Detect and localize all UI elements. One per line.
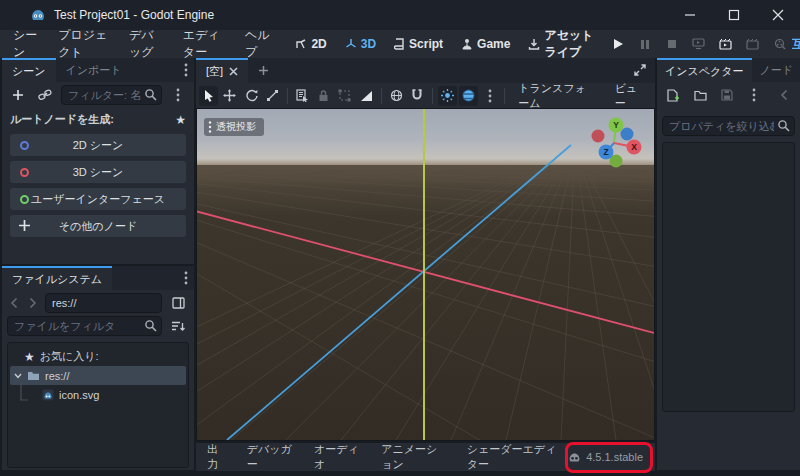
bottom-tab-shader-editor[interactable]: シェーダーエディター (456, 442, 568, 472)
gizmo-neg-z-ball (621, 128, 634, 141)
stop-button[interactable] (662, 34, 682, 54)
create-3d-scene-button[interactable]: 3D シーン (10, 161, 186, 183)
preview-sun-button[interactable] (438, 86, 457, 106)
load-resource-icon[interactable] (689, 85, 711, 105)
dock-menu-icon[interactable] (178, 58, 194, 82)
preview-environment-button[interactable] (459, 86, 478, 106)
create-ui-scene-button[interactable]: ユーザーインターフェース (10, 188, 186, 210)
bottom-tab-debugger[interactable]: デバッガー (236, 442, 303, 472)
scene-tabs: [空] (196, 58, 655, 83)
tab-empty-scene[interactable]: [空] (196, 58, 248, 83)
version-button[interactable]: 4.5.1.stable (568, 451, 655, 464)
history-forward-icon[interactable] (26, 293, 40, 313)
new-resource-icon[interactable] (662, 85, 684, 105)
scale-tool-button[interactable] (263, 86, 282, 106)
tab-import-dock[interactable]: インポート (56, 58, 132, 82)
add-node-button[interactable] (7, 85, 29, 105)
favorites-star-icon: ★ (24, 350, 35, 364)
tab-2d[interactable]: 2D (286, 30, 335, 58)
gizmo-neg-x-ball (592, 130, 605, 143)
create-other-node-button[interactable]: その他のノード (10, 215, 186, 237)
file-filter-input[interactable] (7, 316, 162, 336)
file-tree: ★ お気に入り: res:// icon.svg (7, 342, 189, 468)
tab-assetlib[interactable]: アセットライブ (519, 30, 607, 58)
godot-logo-grey-icon (568, 451, 581, 464)
plus-icon (18, 219, 31, 232)
remote-play-button[interactable] (689, 34, 709, 54)
menu-help[interactable]: ヘルプ (235, 30, 280, 58)
save-resource-icon[interactable] (716, 85, 738, 105)
pause-button[interactable] (635, 34, 655, 54)
edit-prev-object-icon[interactable] (773, 85, 795, 105)
play-scene-button[interactable] (716, 34, 736, 54)
play-button[interactable] (608, 34, 628, 54)
menu-project[interactable]: プロジェクト (48, 30, 119, 58)
new-tab-icon[interactable] (252, 60, 274, 80)
2d-scene-icon (20, 141, 29, 150)
tab-game[interactable]: Game (452, 30, 519, 58)
script-icon (394, 38, 405, 50)
menu-editor[interactable]: エディター (173, 30, 235, 58)
bottom-panel-bar: 出力 デバッガー オーディオ アニメーション シェーダーエディター 4.5.1.… (196, 443, 655, 471)
menu-debug[interactable]: デバッグ (119, 30, 173, 58)
select-tool-button[interactable] (199, 86, 218, 106)
tab-inspector[interactable]: インスペクター (657, 58, 752, 82)
tab-3d[interactable]: 3D (336, 30, 385, 58)
svg-text:Y: Y (613, 120, 619, 130)
tab-node[interactable]: ノード (752, 58, 800, 82)
sort-icon[interactable] (167, 316, 189, 336)
move-tool-button[interactable] (220, 86, 239, 106)
tab-script[interactable]: Script (385, 30, 452, 58)
menu-scene[interactable]: シーン (3, 30, 48, 58)
2d-icon (295, 38, 307, 50)
ruler-button[interactable] (356, 86, 375, 106)
list-select-tool-button[interactable] (293, 86, 312, 106)
minimize-button[interactable] (668, 0, 712, 30)
movie-maker-button[interactable] (770, 34, 790, 54)
history-back-icon[interactable] (7, 293, 21, 313)
play-custom-scene-button[interactable] (743, 34, 763, 54)
search-icon (777, 119, 790, 132)
expand-viewport-icon[interactable] (629, 60, 651, 80)
property-filter-input[interactable] (662, 116, 795, 136)
resource-menu-icon[interactable] (743, 85, 765, 105)
close-button[interactable] (756, 0, 800, 30)
search-icon (144, 88, 157, 101)
download-icon (528, 38, 540, 50)
inspector-empty-area (662, 142, 795, 412)
title-bar: Test Project01 - Godot Engine (0, 0, 800, 30)
projection-button[interactable]: 透視投影 (204, 118, 264, 136)
transform-menu[interactable]: トランスフォーム (510, 81, 604, 111)
bottom-tab-output[interactable]: 出力 (196, 442, 236, 472)
bottom-tab-animation[interactable]: アニメーション (370, 442, 455, 472)
svg-text:Z: Z (603, 147, 608, 157)
instance-scene-button[interactable] (34, 85, 56, 105)
bottom-tab-audio[interactable]: オーディオ (303, 442, 370, 472)
tree-item-file[interactable]: icon.svg (8, 385, 188, 404)
tab-filesystem[interactable]: ファイルシステム (2, 266, 112, 290)
group-button[interactable] (335, 86, 354, 106)
tree-item-root[interactable]: res:// (10, 366, 186, 385)
snap-button[interactable] (408, 86, 427, 106)
favorites-label: お気に入り: (40, 349, 99, 364)
renderer-select[interactable]: 互 (792, 36, 800, 53)
preview-menu-icon[interactable] (480, 86, 499, 106)
view-menu[interactable]: ビュー (607, 81, 652, 111)
chevron-down-icon[interactable] (14, 373, 22, 379)
local-space-button[interactable] (387, 86, 406, 106)
3d-icon (345, 38, 357, 50)
path-field[interactable] (45, 293, 162, 313)
lock-button[interactable] (314, 86, 333, 106)
viewport-3d[interactable]: Y X Z 透視投影 (196, 108, 655, 441)
create-2d-scene-button[interactable]: 2D シーン (10, 134, 186, 156)
scene-dock: シーン インポート ルートノードを生成: ★ 2D シーン 3D シーン ユーザ… (2, 58, 194, 264)
tab-scene-dock[interactable]: シーン (2, 58, 56, 82)
close-tab-icon[interactable] (229, 67, 238, 76)
rotate-tool-button[interactable] (241, 86, 260, 106)
favorites-star-icon[interactable]: ★ (175, 113, 186, 127)
scene-tree-menu-icon[interactable] (167, 85, 189, 105)
filesystem-menu-icon[interactable] (178, 266, 194, 290)
search-icon (144, 319, 157, 332)
maximize-button[interactable] (712, 0, 756, 30)
split-dock-icon[interactable] (167, 293, 189, 313)
